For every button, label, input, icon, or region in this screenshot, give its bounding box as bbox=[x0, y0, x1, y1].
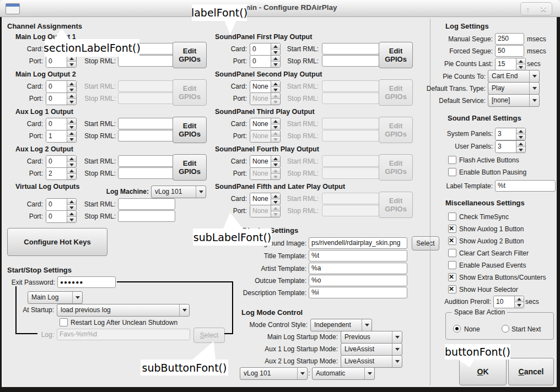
spin-buttons[interactable] bbox=[516, 58, 525, 70]
spin-buttons[interactable] bbox=[67, 56, 76, 67]
spin-up-icon[interactable] bbox=[516, 58, 525, 64]
start-rml-field[interactable] bbox=[118, 198, 175, 210]
spin-up-icon[interactable] bbox=[67, 118, 76, 124]
space-bar-none-radio[interactable] bbox=[453, 325, 461, 333]
port-spinbox[interactable]: 0 bbox=[46, 210, 77, 223]
vlog-machine-combo[interactable]: vLog 101 bbox=[240, 367, 308, 380]
spin-buttons[interactable] bbox=[67, 93, 76, 105]
start-rml-field[interactable] bbox=[118, 155, 175, 167]
show-auxlog2-checkbox[interactable] bbox=[448, 237, 456, 245]
spin-up-icon[interactable] bbox=[516, 128, 525, 134]
edit-gpios-button[interactable]: EditGPIOs bbox=[173, 42, 207, 68]
port-spinbox[interactable]: 1 bbox=[46, 130, 77, 143]
spin-down-icon[interactable] bbox=[67, 61, 76, 67]
main-log-startup-combo[interactable]: Previous bbox=[341, 331, 402, 344]
spin-up-icon[interactable] bbox=[271, 156, 280, 161]
spin-up-icon[interactable] bbox=[67, 93, 76, 99]
stop-rml-field[interactable] bbox=[322, 55, 379, 67]
start-rml-field[interactable] bbox=[118, 118, 175, 129]
spin-buttons[interactable] bbox=[271, 56, 280, 67]
restart-log-checkbox[interactable] bbox=[60, 318, 68, 326]
close-icon[interactable]: ✕ bbox=[540, 4, 547, 13]
edit-gpios-button[interactable]: EditGPIOs bbox=[379, 42, 413, 68]
spin-buttons[interactable] bbox=[271, 43, 280, 55]
background-select-button[interactable]: Select bbox=[412, 236, 439, 251]
mode-control-style-combo[interactable]: Independent bbox=[310, 319, 372, 331]
spin-down-icon[interactable] bbox=[67, 99, 76, 105]
description-template-field[interactable]: %i bbox=[309, 287, 407, 298]
spin-down-icon[interactable] bbox=[516, 146, 525, 153]
manual-segue-field[interactable]: 250 bbox=[495, 33, 524, 45]
enable-paused-events-checkbox[interactable] bbox=[448, 261, 456, 269]
system-panels-spinbox[interactable]: 3 bbox=[495, 128, 526, 140]
spin-up-icon[interactable] bbox=[271, 193, 280, 199]
start-rml-field[interactable] bbox=[322, 43, 379, 55]
spin-buttons[interactable] bbox=[516, 141, 525, 153]
stop-rml-field[interactable] bbox=[118, 167, 175, 179]
outcue-template-field[interactable]: %o bbox=[309, 275, 407, 286]
card-spinbox[interactable]: 0 bbox=[46, 198, 77, 211]
spin-down-icon[interactable] bbox=[67, 124, 76, 130]
spin-down-icon[interactable] bbox=[67, 204, 76, 210]
spin-down-icon[interactable] bbox=[271, 161, 280, 167]
log-select-combo[interactable]: Main Log bbox=[28, 291, 83, 304]
spin-up-icon[interactable] bbox=[271, 118, 280, 124]
space-bar-start-next-radio[interactable] bbox=[502, 325, 509, 333]
spin-buttons[interactable] bbox=[67, 156, 76, 167]
spin-down-icon[interactable] bbox=[516, 64, 525, 70]
spin-up-icon[interactable] bbox=[67, 199, 76, 204]
log-machine-combo[interactable]: vLog 101 bbox=[151, 186, 206, 198]
card-spinbox[interactable]: None bbox=[250, 155, 281, 168]
check-timesync-checkbox[interactable] bbox=[448, 213, 456, 221]
port-spinbox[interactable]: 0 bbox=[250, 55, 281, 68]
spin-down-icon[interactable] bbox=[67, 86, 76, 92]
show-auxlog1-checkbox[interactable] bbox=[448, 225, 456, 233]
spin-down-icon[interactable] bbox=[67, 216, 76, 222]
stop-rml-field[interactable] bbox=[118, 210, 175, 222]
aux2-log-startup-combo[interactable]: LiveAssist bbox=[341, 355, 402, 368]
spin-up-icon[interactable] bbox=[67, 130, 76, 136]
spin-down-icon[interactable] bbox=[67, 161, 76, 167]
card-spinbox[interactable]: 0 bbox=[46, 80, 77, 93]
audition-preroll-spinbox[interactable]: 10 bbox=[493, 296, 524, 308]
title-template-field[interactable]: %t bbox=[309, 250, 407, 262]
port-spinbox[interactable]: 0 bbox=[46, 55, 77, 68]
spin-down-icon[interactable] bbox=[515, 302, 524, 308]
spin-buttons[interactable] bbox=[67, 81, 76, 92]
spin-buttons[interactable] bbox=[67, 130, 76, 142]
card-spinbox[interactable]: 0 bbox=[250, 43, 281, 56]
artist-template-field[interactable]: %a bbox=[309, 263, 407, 274]
spin-up-icon[interactable] bbox=[67, 81, 76, 86]
port-spinbox[interactable]: 0 bbox=[46, 92, 77, 105]
spin-up-icon[interactable] bbox=[516, 141, 525, 146]
spin-buttons[interactable] bbox=[514, 296, 524, 308]
card-spinbox[interactable]: 0 bbox=[46, 155, 77, 168]
stop-rml-field[interactable] bbox=[118, 55, 175, 67]
stop-rml-field[interactable] bbox=[118, 130, 175, 141]
spin-buttons[interactable] bbox=[67, 199, 76, 210]
edit-gpios-button[interactable]: EditGPIOs bbox=[173, 117, 207, 143]
titlebar[interactable]: RDAdmin - Configure RDAirPlay ↑ ✕ bbox=[0, 0, 560, 17]
spin-down-icon[interactable] bbox=[271, 86, 280, 92]
card-spinbox[interactable]: None bbox=[250, 193, 281, 205]
exit-password-field[interactable]: ●●●●●● bbox=[57, 276, 116, 288]
maximize-icon[interactable]: ↑ bbox=[526, 4, 530, 13]
aux1-log-startup-combo[interactable]: LiveAssist bbox=[341, 343, 402, 356]
card-spinbox[interactable]: None bbox=[250, 118, 281, 130]
default-trans-type-combo[interactable]: Play bbox=[488, 82, 540, 95]
clear-cart-search-filter-checkbox[interactable] bbox=[448, 249, 456, 257]
spin-up-icon[interactable] bbox=[67, 156, 76, 161]
forced-segue-field[interactable]: 50 bbox=[495, 45, 524, 57]
spin-buttons[interactable] bbox=[516, 128, 525, 140]
cancel-button[interactable]: Cancel bbox=[508, 358, 554, 385]
spin-down-icon[interactable] bbox=[271, 199, 280, 205]
flash-active-buttons-checkbox[interactable] bbox=[448, 156, 456, 164]
spin-down-icon[interactable] bbox=[67, 173, 76, 179]
spin-up-icon[interactable] bbox=[515, 296, 524, 302]
spin-up-icon[interactable] bbox=[271, 43, 280, 49]
spin-down-icon[interactable] bbox=[271, 61, 280, 67]
user-panels-spinbox[interactable]: 3 bbox=[495, 140, 526, 153]
spin-buttons[interactable] bbox=[67, 118, 76, 130]
spin-buttons[interactable] bbox=[271, 81, 280, 92]
pie-counts-last-spinbox[interactable]: 15 bbox=[495, 58, 526, 70]
